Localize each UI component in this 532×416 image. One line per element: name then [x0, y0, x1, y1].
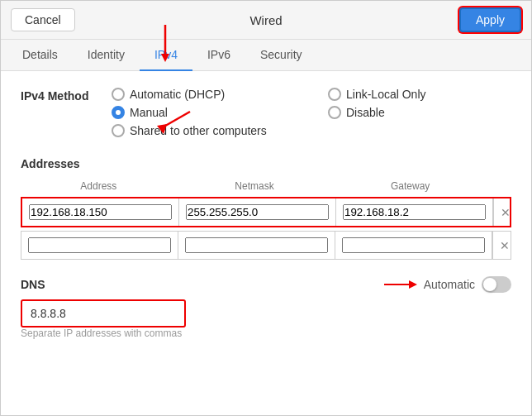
radio-link-local-label: Link-Local Only [346, 88, 426, 101]
tab-details[interactable]: Details [7, 40, 73, 71]
address-row-2: ✕ [21, 231, 511, 260]
col-gateway: Gateway [332, 179, 488, 194]
col-netmask: Netmask [177, 179, 333, 194]
dns-arrow-icon [384, 277, 417, 292]
radio-manual[interactable]: Manual [112, 106, 295, 119]
dns-auto-label: Automatic [424, 278, 475, 291]
netmask-cell-1[interactable] [179, 198, 336, 226]
addresses-section: Addresses Address Netmask Gateway [21, 157, 511, 260]
address-cell-1[interactable] [22, 198, 179, 226]
radio-automatic[interactable]: Automatic (DHCP) [112, 88, 295, 101]
method-label: IPv4 Method [21, 88, 112, 103]
radio-automatic-label: Automatic (DHCP) [130, 88, 225, 101]
titlebar: Cancel Wired Apply [1, 1, 531, 40]
gateway-cell-1[interactable] [336, 198, 493, 226]
col-delete-spacer [488, 179, 511, 194]
address-cell-2[interactable] [21, 232, 178, 259]
dns-header: DNS Automatic [21, 276, 511, 293]
radio-manual-label: Manual [130, 106, 168, 119]
apply-button[interactable]: Apply [459, 7, 521, 32]
addresses-title: Addresses [21, 157, 511, 170]
tab-ipv6[interactable]: IPv6 [192, 40, 245, 71]
gateway-input-2[interactable] [342, 237, 485, 253]
dns-section: DNS Automatic Separate IP addresses with… [21, 276, 511, 339]
dns-auto-area: Automatic [384, 276, 511, 293]
address-input-1[interactable] [29, 204, 172, 220]
dns-input-row [21, 299, 511, 328]
radio-shared-icon [112, 124, 125, 137]
cancel-button[interactable]: Cancel [11, 8, 75, 31]
tab-identity[interactable]: Identity [73, 40, 140, 71]
radio-manual-icon [112, 106, 125, 119]
dns-title: DNS [21, 278, 45, 291]
ipv4-method-section: IPv4 Method Automatic (DHCP) Link-Local … [21, 88, 511, 137]
radio-link-local[interactable]: Link-Local Only [328, 88, 511, 101]
radio-automatic-icon [112, 88, 125, 101]
column-headers: Address Netmask Gateway [21, 177, 511, 195]
tab-security[interactable]: Security [245, 40, 317, 71]
dns-input[interactable] [21, 299, 186, 328]
address-input-2[interactable] [28, 237, 171, 253]
netmask-cell-2[interactable] [178, 232, 335, 259]
content-area: IPv4 Method Automatic (DHCP) Link-Local … [1, 71, 531, 415]
tab-ipv4[interactable]: IPv4 [140, 40, 192, 71]
radio-shared[interactable]: Shared to other computers [112, 124, 295, 137]
radio-disable-icon [328, 106, 341, 119]
radio-disable[interactable]: Disable [328, 106, 511, 119]
dns-hint: Separate IP addresses with commas [21, 328, 511, 339]
dns-auto-toggle[interactable] [482, 276, 511, 293]
netmask-input-1[interactable] [186, 204, 329, 220]
window-title: Wired [249, 13, 282, 27]
gateway-input-1[interactable] [343, 204, 486, 220]
svg-marker-1 [409, 280, 417, 289]
address-row-1: ✕ [21, 197, 511, 227]
gateway-cell-2[interactable] [335, 232, 492, 259]
netmask-input-2[interactable] [185, 237, 328, 253]
tab-bar: Details Identity IPv4 IPv6 Security [1, 40, 531, 71]
radio-link-local-icon [328, 88, 341, 101]
radio-options: Automatic (DHCP) Link-Local Only Manual … [112, 88, 511, 137]
main-window: Cancel Wired Apply Details Identity IPv4… [0, 0, 532, 416]
delete-row-2[interactable]: ✕ [492, 232, 515, 259]
col-address: Address [21, 179, 177, 194]
delete-row-1[interactable]: ✕ [493, 198, 516, 226]
radio-shared-label: Shared to other computers [130, 124, 267, 137]
radio-disable-label: Disable [346, 106, 385, 119]
address-row-1-cells: ✕ [22, 198, 510, 226]
address-row-2-cells: ✕ [21, 232, 511, 259]
